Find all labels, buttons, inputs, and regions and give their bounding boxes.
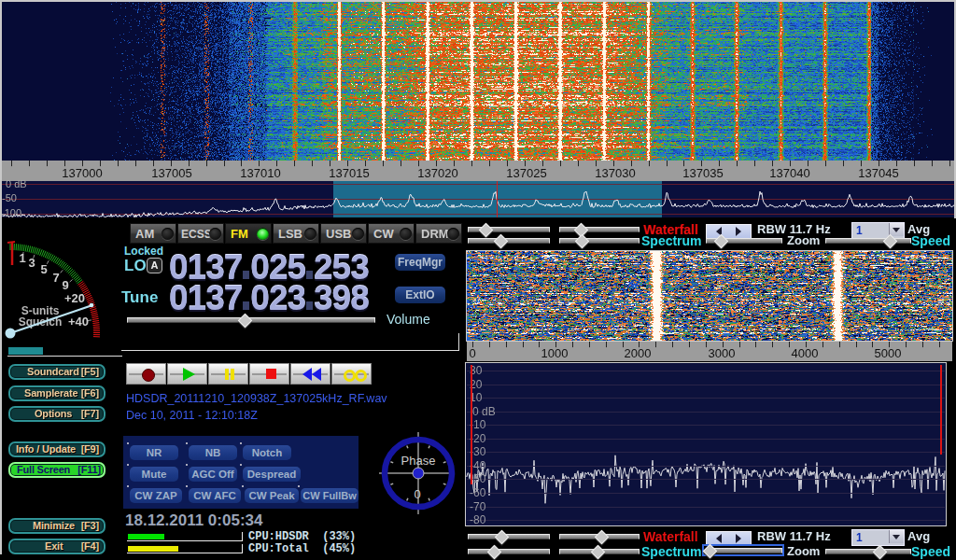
svg-text:+40: +40 (68, 315, 89, 329)
svg-text:0: 0 (414, 487, 420, 501)
svg-text:1: 1 (19, 251, 25, 265)
svg-text:9: 9 (62, 278, 68, 292)
svg-text:7: 7 (52, 271, 59, 285)
svg-text:+20: +20 (64, 291, 85, 305)
svg-text:Phase: Phase (401, 454, 436, 468)
svg-text:3: 3 (28, 256, 35, 270)
svg-text:5: 5 (40, 262, 47, 276)
